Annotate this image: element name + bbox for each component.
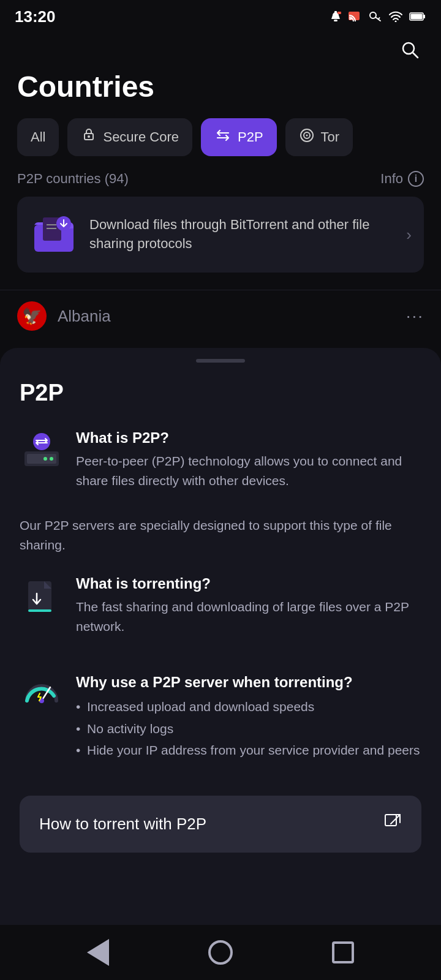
promo-card[interactable]: Download files through BitTorrent and ot… bbox=[17, 197, 424, 273]
svg-rect-9 bbox=[411, 14, 423, 20]
svg-point-13 bbox=[88, 135, 90, 138]
country-name: Albania bbox=[58, 307, 395, 326]
section-header: P2P countries (94) Info i bbox=[0, 171, 441, 197]
info-content-torrenting: What is torrenting? The fast sharing and… bbox=[76, 575, 421, 636]
tab-tor[interactable]: Tor bbox=[285, 118, 353, 156]
bottom-sheet: P2P What is P2P? Peer-to-peer (P2P) tech… bbox=[0, 348, 441, 926]
tab-secure-core[interactable]: Secure Core bbox=[67, 118, 192, 156]
svg-rect-1 bbox=[334, 20, 337, 21]
p2p-icon bbox=[214, 127, 232, 148]
promo-icon bbox=[29, 210, 78, 259]
status-icons: ! bbox=[330, 10, 426, 23]
cast-icon bbox=[348, 10, 363, 23]
tab-all[interactable]: All bbox=[17, 118, 59, 156]
top-bar bbox=[0, 32, 441, 64]
search-button[interactable] bbox=[397, 37, 424, 64]
key-icon bbox=[369, 11, 382, 22]
why-p2p-bullets: Increased upload and download speeds No … bbox=[76, 696, 421, 761]
info-section-p2p: What is P2P? Peer-to-peer (P2P) technolo… bbox=[0, 423, 441, 507]
svg-point-6 bbox=[395, 21, 397, 23]
info-body-torrenting: The fast sharing and downloading of larg… bbox=[76, 597, 421, 636]
tab-all-label: All bbox=[31, 129, 45, 145]
info-heading-p2p: What is P2P? bbox=[76, 429, 421, 447]
secure-core-icon bbox=[81, 127, 97, 147]
info-circle-icon: i bbox=[408, 171, 424, 187]
country-more-button[interactable]: ··· bbox=[406, 306, 424, 326]
tab-p2p-label: P2P bbox=[238, 129, 263, 145]
bullet-item: Increased upload and download speeds bbox=[76, 696, 421, 718]
notification-icon: ! bbox=[330, 10, 342, 23]
promo-chevron-icon: › bbox=[406, 225, 412, 244]
how-to-torrent-button[interactable]: How to torrent with P2P bbox=[20, 796, 421, 853]
info-section-torrenting: What is torrenting? The fast sharing and… bbox=[0, 569, 441, 653]
tab-tor-label: Tor bbox=[321, 129, 340, 145]
home-icon bbox=[208, 940, 233, 965]
svg-point-25 bbox=[43, 457, 47, 461]
tab-p2p[interactable]: P2P bbox=[201, 118, 277, 156]
svg-point-26 bbox=[33, 433, 50, 450]
info-label: Info bbox=[380, 171, 403, 187]
back-button[interactable] bbox=[82, 937, 114, 968]
section-label: P2P countries (94) bbox=[17, 171, 129, 187]
svg-point-24 bbox=[50, 457, 53, 461]
action-btn-label: How to torrent with P2P bbox=[39, 815, 206, 834]
speedometer-icon bbox=[20, 674, 64, 718]
home-button[interactable] bbox=[205, 937, 236, 968]
status-bar: 13:20 ! bbox=[0, 0, 441, 32]
svg-rect-28 bbox=[28, 609, 51, 612]
status-time: 13:20 bbox=[15, 7, 56, 26]
table-row[interactable]: 🦅 Albania ··· bbox=[0, 290, 441, 342]
drag-handle bbox=[196, 359, 245, 363]
albania-flag-icon: 🦅 bbox=[17, 301, 47, 331]
sheet-handle bbox=[0, 348, 441, 369]
info-button[interactable]: Info i bbox=[380, 171, 424, 187]
promo-text: Download files through BitTorrent and ot… bbox=[89, 216, 395, 254]
wifi-icon bbox=[388, 11, 403, 22]
torrenting-icon bbox=[20, 575, 64, 619]
sheet-title: P2P bbox=[0, 369, 441, 423]
back-icon bbox=[87, 939, 109, 966]
svg-point-16 bbox=[306, 135, 307, 137]
svg-text:!: ! bbox=[339, 12, 339, 15]
svg-line-11 bbox=[413, 53, 418, 58]
battery-icon bbox=[409, 12, 426, 21]
page-title: Countries bbox=[0, 64, 441, 118]
info-body-extra-p2p: Our P2P servers are specially designed t… bbox=[0, 507, 441, 554]
tab-secure-core-label: Secure Core bbox=[103, 129, 179, 145]
bullet-item: Hide your IP address from your service p… bbox=[76, 739, 421, 761]
bottom-nav bbox=[0, 925, 441, 980]
recents-button[interactable] bbox=[327, 937, 359, 968]
info-content-why-p2p: Why use a P2P server when torrenting? In… bbox=[76, 674, 421, 761]
svg-rect-8 bbox=[423, 15, 425, 18]
filter-tabs: All Secure Core P2P Tor bbox=[0, 118, 441, 171]
info-heading-torrenting: What is torrenting? bbox=[76, 575, 421, 592]
p2p-server-icon bbox=[20, 429, 64, 473]
info-section-why-p2p: Why use a P2P server when torrenting? In… bbox=[0, 668, 441, 778]
info-content-p2p: What is P2P? Peer-to-peer (P2P) technolo… bbox=[76, 429, 421, 490]
info-body-p2p: Peer-to-peer (P2P) technology allows you… bbox=[76, 451, 421, 490]
recents-icon bbox=[332, 941, 354, 963]
info-heading-why-p2p: Why use a P2P server when torrenting? bbox=[76, 674, 421, 691]
tor-icon bbox=[299, 127, 315, 147]
bullet-item: No activity logs bbox=[76, 718, 421, 740]
external-link-icon bbox=[383, 813, 402, 835]
